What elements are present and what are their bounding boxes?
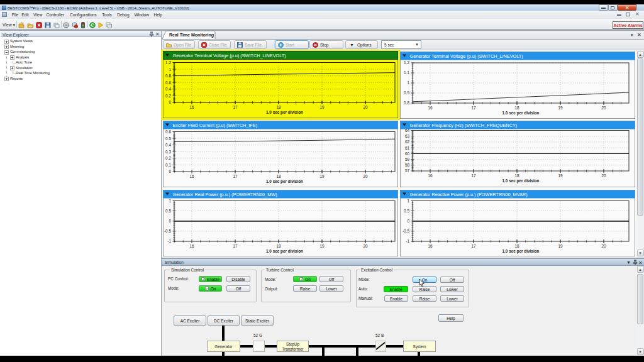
- svg-text:61: 61: [405, 146, 410, 150]
- svg-text:17: 17: [233, 105, 238, 109]
- svg-text:Generator Terminal Voltage (p.: Generator Terminal Voltage (p.u) (SWITCH…: [410, 53, 523, 59]
- svg-text:16: 16: [428, 244, 433, 248]
- svg-text:0.2: 0.2: [165, 156, 171, 160]
- svg-text:18: 18: [514, 244, 519, 248]
- svg-text:64: 64: [405, 128, 410, 133]
- svg-text:20: 20: [363, 105, 368, 109]
- svg-text:Generator Real Power (p.u.) (P: Generator Real Power (p.u.) (POWERTRN00_…: [173, 192, 277, 197]
- svg-text:19: 19: [558, 173, 563, 178]
- svg-text:16: 16: [428, 173, 433, 178]
- svg-text:18: 18: [514, 173, 519, 178]
- svg-text:16: 16: [189, 105, 194, 109]
- svg-text:-0.5: -0.5: [164, 229, 171, 233]
- svg-text:0.2: 0.2: [165, 94, 171, 98]
- svg-text:0.5: 0.5: [404, 209, 409, 213]
- svg-text:1.2: 1.2: [404, 60, 409, 65]
- svg-text:18: 18: [276, 105, 281, 109]
- svg-text:19: 19: [319, 244, 325, 248]
- svg-text:1: 1: [407, 199, 409, 203]
- svg-text:17: 17: [471, 106, 476, 110]
- svg-text:0: 0: [169, 100, 171, 104]
- svg-text:1.0 sec per division: 1.0 sec per division: [502, 178, 540, 184]
- svg-text:20: 20: [601, 106, 606, 110]
- svg-text:19: 19: [319, 105, 325, 109]
- svg-text:1.0 sec per division: 1.0 sec per division: [266, 110, 303, 115]
- svg-text:1.2: 1.2: [165, 60, 171, 65]
- svg-text:1.1: 1.1: [404, 70, 409, 75]
- svg-text:19: 19: [319, 174, 325, 178]
- svg-text:17: 17: [233, 244, 238, 248]
- svg-text:0.3: 0.3: [165, 150, 171, 154]
- svg-text:58: 58: [405, 163, 410, 167]
- svg-text:1.0 sec per division: 1.0 sec per division: [266, 179, 303, 184]
- svg-text:-0.5: -0.5: [402, 229, 409, 233]
- svg-text:20: 20: [601, 173, 606, 178]
- svg-text:0.4: 0.4: [165, 87, 171, 91]
- svg-text:1.0 sec per division: 1.0 sec per division: [502, 249, 540, 254]
- svg-text:0: 0: [407, 219, 409, 223]
- svg-text:0.9: 0.9: [404, 90, 409, 95]
- svg-text:Generator Frequency (Hz) (SWIT: Generator Frequency (Hz) (SWITCH_FREQUEN…: [410, 123, 518, 128]
- svg-text:-1: -1: [406, 239, 409, 243]
- svg-text:63: 63: [405, 134, 410, 138]
- svg-text:0.6: 0.6: [165, 80, 171, 85]
- svg-text:16: 16: [189, 174, 194, 178]
- svg-text:17: 17: [471, 173, 476, 178]
- svg-text:Exciter Field Current (p.u) (S: Exciter Field Current (p.u) (SWITCH_IFE): [173, 123, 258, 128]
- svg-text:20: 20: [363, 174, 368, 178]
- svg-text:18: 18: [276, 174, 281, 178]
- svg-text:18: 18: [276, 244, 281, 248]
- svg-text:0.4: 0.4: [165, 143, 171, 147]
- svg-text:-1: -1: [167, 239, 171, 243]
- svg-text:62: 62: [405, 140, 410, 144]
- svg-text:0.8: 0.8: [165, 74, 171, 78]
- svg-text:18: 18: [514, 106, 519, 110]
- svg-text:20: 20: [363, 244, 368, 248]
- svg-text:19: 19: [558, 106, 563, 110]
- svg-text:60: 60: [405, 151, 410, 156]
- svg-text:0.5: 0.5: [165, 136, 171, 141]
- svg-text:0.6: 0.6: [165, 129, 171, 134]
- svg-text:16: 16: [428, 106, 433, 110]
- svg-text:0.1: 0.1: [165, 163, 171, 167]
- svg-text:20: 20: [601, 244, 606, 248]
- svg-text:0: 0: [169, 169, 171, 173]
- svg-text:1: 1: [169, 199, 171, 203]
- svg-text:57: 57: [405, 168, 410, 173]
- svg-text:19: 19: [558, 244, 563, 248]
- svg-text:1.0 sec per division: 1.0 sec per division: [502, 111, 540, 116]
- svg-text:1: 1: [407, 80, 409, 85]
- svg-text:16: 16: [189, 244, 194, 248]
- svg-text:0.5: 0.5: [165, 209, 171, 213]
- svg-text:0.8: 0.8: [404, 101, 409, 105]
- svg-text:17: 17: [233, 174, 238, 178]
- svg-text:Generator Reactive Power (p.u.: Generator Reactive Power (p.u.) (POWERTR…: [410, 192, 528, 197]
- svg-text:1: 1: [169, 67, 171, 72]
- svg-text:Generator Terminal Voltage (p.: Generator Terminal Voltage (p.u) (SWITCH…: [173, 53, 286, 58]
- svg-text:59: 59: [405, 157, 410, 162]
- svg-text:17: 17: [471, 244, 476, 248]
- svg-text:1.0 sec per division: 1.0 sec per division: [266, 249, 303, 254]
- svg-text:0: 0: [169, 219, 171, 223]
